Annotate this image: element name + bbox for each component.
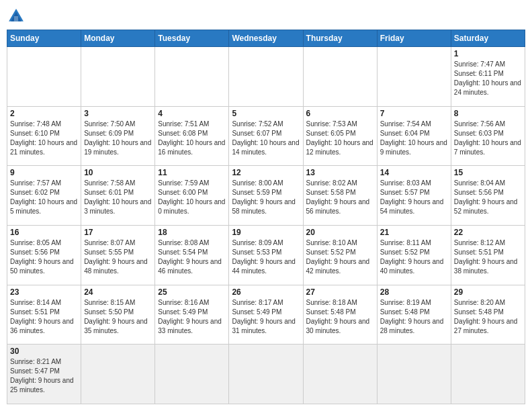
week-row-0: 1Sunrise: 7:47 AM Sunset: 6:11 PM Daylig… — [7, 47, 525, 107]
day-cell: 4Sunrise: 7:51 AM Sunset: 6:08 PM Daylig… — [155, 106, 229, 166]
day-cell: 5Sunrise: 7:52 AM Sunset: 6:07 PM Daylig… — [229, 106, 303, 166]
day-info: Sunrise: 8:03 AM Sunset: 5:57 PM Dayligh… — [380, 179, 448, 216]
day-cell: 17Sunrise: 8:07 AM Sunset: 5:55 PM Dayli… — [81, 225, 155, 285]
day-info: Sunrise: 8:17 AM Sunset: 5:49 PM Dayligh… — [232, 298, 300, 336]
logo — [7, 7, 28, 26]
day-number: 21 — [380, 228, 448, 237]
day-cell: 20Sunrise: 8:10 AM Sunset: 5:52 PM Dayli… — [303, 225, 377, 285]
day-info: Sunrise: 8:18 AM Sunset: 5:48 PM Dayligh… — [306, 298, 374, 336]
weekday-header-thursday: Thursday — [303, 30, 377, 47]
day-info: Sunrise: 7:52 AM Sunset: 6:07 PM Dayligh… — [232, 120, 300, 157]
day-cell — [229, 47, 303, 107]
day-cell — [81, 345, 155, 404]
day-cell: 16Sunrise: 8:05 AM Sunset: 5:56 PM Dayli… — [7, 225, 81, 285]
day-info: Sunrise: 8:21 AM Sunset: 5:47 PM Dayligh… — [10, 357, 78, 395]
day-number: 27 — [306, 287, 374, 297]
svg-rect-2 — [14, 16, 18, 21]
day-cell — [377, 47, 451, 107]
day-info: Sunrise: 8:04 AM Sunset: 5:56 PM Dayligh… — [454, 179, 522, 216]
day-number: 1 — [454, 49, 522, 58]
day-cell — [155, 47, 229, 107]
day-info: Sunrise: 7:56 AM Sunset: 6:03 PM Dayligh… — [454, 120, 522, 157]
day-cell — [451, 345, 525, 404]
page: SundayMondayTuesdayWednesdayThursdayFrid… — [0, 0, 532, 411]
day-info: Sunrise: 7:54 AM Sunset: 6:04 PM Dayligh… — [380, 120, 448, 157]
day-cell: 24Sunrise: 8:15 AM Sunset: 5:50 PM Dayli… — [81, 285, 155, 345]
day-cell: 26Sunrise: 8:17 AM Sunset: 5:49 PM Dayli… — [229, 285, 303, 345]
day-cell: 19Sunrise: 8:09 AM Sunset: 5:53 PM Dayli… — [229, 225, 303, 285]
day-number: 15 — [454, 168, 522, 177]
week-row-1: 2Sunrise: 7:48 AM Sunset: 6:10 PM Daylig… — [7, 106, 525, 166]
day-cell: 21Sunrise: 8:11 AM Sunset: 5:52 PM Dayli… — [377, 225, 451, 285]
day-number: 4 — [158, 109, 226, 118]
day-number: 14 — [380, 168, 448, 177]
day-info: Sunrise: 8:08 AM Sunset: 5:54 PM Dayligh… — [158, 238, 226, 276]
day-number: 11 — [158, 168, 226, 177]
day-number: 2 — [10, 109, 78, 118]
day-info: Sunrise: 7:58 AM Sunset: 6:01 PM Dayligh… — [84, 179, 152, 216]
day-number: 22 — [454, 228, 522, 237]
day-number: 3 — [84, 109, 152, 118]
day-cell: 10Sunrise: 7:58 AM Sunset: 6:01 PM Dayli… — [81, 166, 155, 226]
day-cell: 11Sunrise: 7:59 AM Sunset: 6:00 PM Dayli… — [155, 166, 229, 226]
day-number: 5 — [232, 109, 300, 118]
weekday-header-row: SundayMondayTuesdayWednesdayThursdayFrid… — [7, 30, 525, 47]
calendar-table: SundayMondayTuesdayWednesdayThursdayFrid… — [7, 30, 525, 404]
day-number: 30 — [10, 347, 78, 356]
day-number: 9 — [10, 168, 78, 177]
logo-icon — [7, 7, 26, 26]
header — [7, 7, 525, 26]
weekday-header-saturday: Saturday — [451, 30, 525, 47]
day-cell: 9Sunrise: 7:57 AM Sunset: 6:02 PM Daylig… — [7, 166, 81, 226]
day-info: Sunrise: 7:59 AM Sunset: 6:00 PM Dayligh… — [158, 179, 226, 216]
day-cell — [229, 345, 303, 404]
day-cell: 23Sunrise: 8:14 AM Sunset: 5:51 PM Dayli… — [7, 285, 81, 345]
weekday-header-wednesday: Wednesday — [229, 30, 303, 47]
day-number: 26 — [232, 287, 300, 297]
day-info: Sunrise: 8:14 AM Sunset: 5:51 PM Dayligh… — [10, 298, 78, 336]
day-cell — [303, 47, 377, 107]
day-info: Sunrise: 8:15 AM Sunset: 5:50 PM Dayligh… — [84, 298, 152, 336]
day-cell: 29Sunrise: 8:20 AM Sunset: 5:48 PM Dayli… — [451, 285, 525, 345]
day-info: Sunrise: 8:10 AM Sunset: 5:52 PM Dayligh… — [306, 238, 374, 276]
day-number: 18 — [158, 228, 226, 237]
day-number: 19 — [232, 228, 300, 237]
day-info: Sunrise: 8:16 AM Sunset: 5:49 PM Dayligh… — [158, 298, 226, 336]
day-info: Sunrise: 7:51 AM Sunset: 6:08 PM Dayligh… — [158, 120, 226, 157]
day-number: 20 — [306, 228, 374, 237]
day-number: 23 — [10, 287, 78, 297]
day-number: 17 — [84, 228, 152, 237]
day-cell: 30Sunrise: 8:21 AM Sunset: 5:47 PM Dayli… — [7, 345, 81, 404]
day-number: 7 — [380, 109, 448, 118]
week-row-5: 30Sunrise: 8:21 AM Sunset: 5:47 PM Dayli… — [7, 345, 525, 404]
day-info: Sunrise: 7:47 AM Sunset: 6:11 PM Dayligh… — [454, 60, 522, 97]
day-info: Sunrise: 7:53 AM Sunset: 6:05 PM Dayligh… — [306, 120, 374, 157]
day-info: Sunrise: 7:50 AM Sunset: 6:09 PM Dayligh… — [84, 120, 152, 157]
day-cell: 13Sunrise: 8:02 AM Sunset: 5:58 PM Dayli… — [303, 166, 377, 226]
day-info: Sunrise: 8:09 AM Sunset: 5:53 PM Dayligh… — [232, 238, 300, 276]
day-cell: 2Sunrise: 7:48 AM Sunset: 6:10 PM Daylig… — [7, 106, 81, 166]
day-number: 12 — [232, 168, 300, 177]
weekday-header-friday: Friday — [377, 30, 451, 47]
day-cell — [377, 345, 451, 404]
day-number: 16 — [10, 228, 78, 237]
day-cell: 27Sunrise: 8:18 AM Sunset: 5:48 PM Dayli… — [303, 285, 377, 345]
day-number: 25 — [158, 287, 226, 297]
day-info: Sunrise: 8:19 AM Sunset: 5:48 PM Dayligh… — [380, 298, 448, 336]
day-cell: 18Sunrise: 8:08 AM Sunset: 5:54 PM Dayli… — [155, 225, 229, 285]
day-cell: 25Sunrise: 8:16 AM Sunset: 5:49 PM Dayli… — [155, 285, 229, 345]
week-row-2: 9Sunrise: 7:57 AM Sunset: 6:02 PM Daylig… — [7, 166, 525, 226]
day-number: 10 — [84, 168, 152, 177]
day-cell: 7Sunrise: 7:54 AM Sunset: 6:04 PM Daylig… — [377, 106, 451, 166]
day-cell: 14Sunrise: 8:03 AM Sunset: 5:57 PM Dayli… — [377, 166, 451, 226]
day-info: Sunrise: 8:11 AM Sunset: 5:52 PM Dayligh… — [380, 238, 448, 276]
day-cell: 6Sunrise: 7:53 AM Sunset: 6:05 PM Daylig… — [303, 106, 377, 166]
day-cell — [81, 47, 155, 107]
day-cell: 8Sunrise: 7:56 AM Sunset: 6:03 PM Daylig… — [451, 106, 525, 166]
weekday-header-tuesday: Tuesday — [155, 30, 229, 47]
day-cell: 15Sunrise: 8:04 AM Sunset: 5:56 PM Dayli… — [451, 166, 525, 226]
day-cell: 28Sunrise: 8:19 AM Sunset: 5:48 PM Dayli… — [377, 285, 451, 345]
weekday-header-monday: Monday — [81, 30, 155, 47]
day-cell — [303, 345, 377, 404]
day-info: Sunrise: 8:20 AM Sunset: 5:48 PM Dayligh… — [454, 298, 522, 336]
